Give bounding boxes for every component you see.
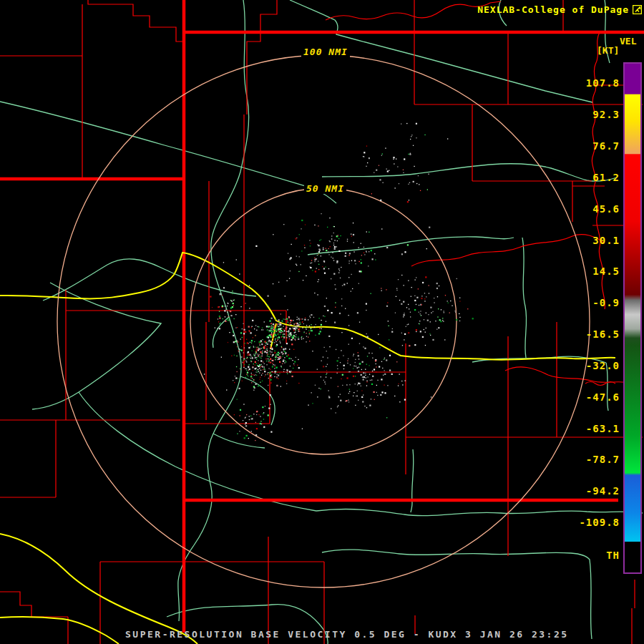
brand-bar: NEXLAB-College of DuPage — [477, 4, 642, 15]
radar-display: 100 NMI 50 NMI NEXLAB-College of DuPage … — [0, 0, 644, 644]
range-ring-100nmi — [57, 55, 590, 587]
range-rings — [57, 55, 590, 587]
cod-logo-icon — [633, 5, 642, 14]
colorbar-tick: -63.1 — [568, 423, 620, 434]
highway-lines — [0, 253, 615, 644]
colorbar-title: VEL — [620, 36, 636, 47]
map-canvas — [0, 0, 644, 644]
colorbar-tick: -78.7 — [568, 454, 620, 465]
brand-text: NEXLAB-College of DuPage — [477, 4, 629, 15]
product-title: SUPER-RESOLUTION BASE VELOCITY 0.5 DEG -… — [125, 629, 569, 640]
colorbar-tick: -32.0 — [568, 360, 620, 371]
colorbar-tick: -0.9 — [568, 297, 620, 308]
colorbar-tick: 92.3 — [568, 109, 620, 120]
colorbar-tick: 107.8 — [568, 77, 620, 89]
county-lines — [0, 0, 643, 644]
velocity-colorbar — [623, 62, 642, 574]
range-ring-label-50nmi: 50 NMI — [304, 183, 346, 194]
colorbar-tick: -94.2 — [568, 485, 620, 497]
colorbar-tick: -16.5 — [568, 328, 620, 340]
colorbar-units: [KT] — [597, 45, 619, 56]
river-lines — [0, 0, 643, 644]
colorbar-tick: 76.7 — [568, 140, 620, 152]
colorbar-tick: 61.2 — [568, 172, 620, 183]
range-ring-label-100nmi: 100 NMI — [301, 47, 350, 57]
colorbar-tick: 45.6 — [568, 203, 620, 215]
colorbar-threshold-label: TH — [568, 550, 620, 561]
colorbar-tick: 14.5 — [568, 265, 620, 277]
colorbar-gradient — [625, 64, 640, 542]
colorbar-tick: -109.8 — [568, 517, 620, 528]
colorbar-tick: -47.6 — [568, 391, 620, 403]
colorbar-tick: 30.1 — [568, 235, 620, 246]
state-borders — [0, 0, 644, 633]
